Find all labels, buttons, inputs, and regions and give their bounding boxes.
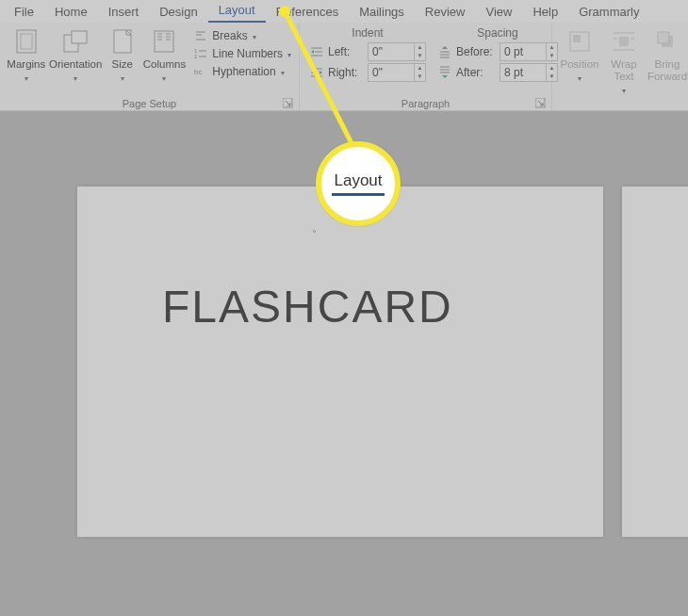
spacing-before-label: Before:: [456, 45, 496, 58]
columns-icon: [154, 28, 174, 55]
svg-rect-36: [619, 37, 629, 46]
orientation-button[interactable]: Orientation ▾: [49, 24, 103, 85]
chevron-down-icon[interactable]: ▼: [415, 73, 425, 81]
breaks-button[interactable]: Breaks ▾: [190, 28, 295, 43]
size-button[interactable]: Size ▾: [103, 24, 142, 85]
chevron-down-icon: ▾: [281, 69, 285, 77]
wrap-text-icon: [613, 28, 635, 55]
spacing-after-value: 8 pt: [500, 66, 546, 79]
tab-references[interactable]: References: [266, 1, 349, 23]
columns-button[interactable]: Columns ▾: [142, 24, 188, 85]
svg-rect-3: [72, 31, 87, 43]
indent-right-label: Right:: [328, 66, 364, 79]
chevron-down-icon[interactable]: ▼: [415, 52, 425, 60]
columns-label: Columns: [143, 58, 186, 71]
spacing-before-value: 0 pt: [500, 45, 546, 58]
bring-forward-button[interactable]: Bring Forward: [645, 24, 688, 83]
hyphenation-label: Hyphenation: [212, 65, 275, 78]
chevron-down-icon: ▾: [25, 73, 28, 85]
tab-help[interactable]: Help: [522, 1, 568, 23]
document-page-next[interactable]: [622, 186, 688, 537]
bring-forward-label: Bring Forward: [645, 58, 688, 83]
tab-home[interactable]: Home: [44, 1, 98, 23]
breaks-label: Breaks: [212, 29, 247, 42]
margins-label: Margins: [7, 58, 45, 71]
group-paragraph: Indent Left: 0" ▲▼ Right: 0: [300, 23, 552, 110]
tab-view[interactable]: View: [475, 1, 522, 23]
spacing-before-icon: [437, 44, 452, 59]
chevron-up-icon[interactable]: ▲: [415, 43, 425, 52]
hyphenation-button[interactable]: bc Hyphenation ▾: [190, 64, 295, 79]
ribbon: Margins ▾ Orientation ▾ Size ▾: [0, 23, 688, 111]
size-label: Size: [112, 58, 133, 71]
spacing-after-icon: [437, 65, 452, 80]
chevron-down-icon: ▾: [578, 73, 582, 85]
document-page[interactable]: FLASHCARD: [77, 186, 603, 537]
indent-right-icon: [309, 65, 324, 80]
chevron-down-icon: ▾: [74, 73, 77, 85]
tab-insert[interactable]: Insert: [98, 1, 150, 23]
group-paragraph-label: Paragraph: [401, 98, 450, 109]
orientation-label: Orientation: [49, 58, 102, 71]
orientation-icon: [63, 28, 88, 55]
chevron-down-icon: ▾: [253, 33, 256, 41]
indent-right-input[interactable]: 0" ▲▼: [368, 63, 426, 82]
group-page-setup: Margins ▾ Orientation ▾ Size ▾: [0, 23, 300, 110]
spacing-before-input[interactable]: 0 pt ▲▼: [500, 42, 558, 61]
tab-grammarly[interactable]: Grammarly: [568, 1, 649, 23]
position-button[interactable]: Position ▾: [556, 24, 603, 85]
group-arrange: Position ▾ Wrap Text ▾ Bring Forward: [552, 23, 688, 110]
ribbon-tabs: File Home Insert Design Layout Reference…: [0, 0, 688, 23]
margins-button[interactable]: Margins ▾: [4, 24, 49, 85]
indent-left-label: Left:: [328, 45, 364, 58]
tab-file[interactable]: File: [4, 1, 44, 23]
dialog-launcher-icon[interactable]: [282, 98, 293, 109]
chevron-down-icon: ▾: [162, 73, 166, 85]
document-canvas[interactable]: FLASHCARD: [0, 111, 688, 616]
svg-rect-1: [21, 34, 32, 49]
insertion-marker: [313, 230, 316, 233]
indent-heading: Indent: [307, 24, 428, 42]
svg-text:bc: bc: [194, 68, 202, 76]
indent-right-value: 0": [369, 66, 414, 79]
svg-text:2: 2: [194, 54, 198, 59]
spacing-heading: Spacing: [435, 24, 560, 42]
indent-left-icon: [309, 44, 324, 59]
margins-icon: [16, 28, 37, 55]
tab-layout[interactable]: Layout: [208, 0, 266, 23]
chevron-down-icon: ▾: [622, 85, 626, 97]
svg-rect-4: [114, 30, 131, 53]
tab-mailings[interactable]: Mailings: [349, 1, 415, 23]
group-page-setup-label: Page Setup: [123, 98, 177, 109]
size-icon: [113, 28, 132, 55]
hyphenation-icon: bc: [194, 65, 207, 78]
svg-rect-35: [573, 35, 581, 42]
wrap-text-label: Wrap Text: [603, 58, 645, 83]
tab-review[interactable]: Review: [415, 1, 476, 23]
chevron-up-icon[interactable]: ▲: [415, 64, 425, 73]
spacing-after-input[interactable]: 8 pt ▲▼: [500, 63, 558, 82]
indent-left-value: 0": [369, 45, 414, 58]
indent-left-input[interactable]: 0" ▲▼: [368, 42, 426, 61]
chevron-down-icon: ▾: [121, 73, 124, 85]
position-label: Position: [561, 58, 599, 71]
line-numbers-icon: 12: [194, 47, 207, 60]
breaks-icon: [194, 29, 207, 42]
line-numbers-label: Line Numbers: [212, 47, 283, 60]
chevron-down-icon: ▾: [287, 51, 291, 59]
line-numbers-button[interactable]: 12 Line Numbers ▾: [190, 46, 295, 61]
position-icon: [569, 28, 590, 55]
wrap-text-button[interactable]: Wrap Text ▾: [603, 24, 645, 97]
spacing-after-label: After:: [456, 66, 496, 79]
bring-forward-icon: [657, 28, 678, 55]
document-heading[interactable]: FLASHCARD: [162, 281, 453, 332]
tab-design[interactable]: Design: [149, 1, 207, 23]
dialog-launcher-icon[interactable]: [534, 98, 546, 109]
svg-rect-42: [658, 32, 669, 43]
